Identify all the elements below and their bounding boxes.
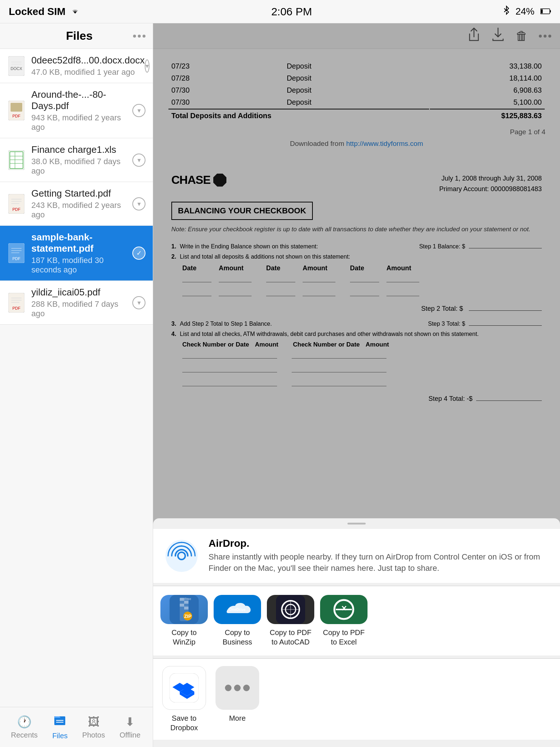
dot2 (138, 35, 141, 38)
file-name-aroundthe: Around-the-...-80-Days.pdf (31, 89, 132, 112)
onedrive-icon: OneDrive (214, 595, 261, 624)
svg-rect-40 (180, 598, 184, 601)
file-icon-aroundthe: PDF (7, 100, 26, 121)
app-item-onedrive[interactable]: OneDrive Copy to Business (214, 595, 261, 647)
file-item-yildiz[interactable]: PDF yildiz_iicai05.pdf 288 KB, modified … (0, 281, 153, 325)
dot3 (143, 35, 145, 38)
tab-recents[interactable]: 🕐 Recents (4, 712, 45, 742)
file-item-bankstatement[interactable]: PDF sample-bank-statement.pdf 187 KB, mo… (0, 226, 153, 281)
more-icon (215, 666, 259, 710)
dot1 (133, 35, 136, 38)
app-item-more[interactable]: More (214, 666, 261, 732)
battery-label: 24% (516, 6, 534, 17)
winzip-label: Copy to WinZip (160, 628, 208, 647)
content-panel: 🗑 07/23Deposit33,138.00 07/28Deposit18,1… (153, 23, 560, 747)
file-name-gettingstarted: Getting Started.pdf (31, 188, 132, 199)
tab-photos[interactable]: 🖼 Photos (75, 712, 112, 742)
more-label: More (229, 713, 246, 723)
svg-rect-1 (550, 10, 551, 12)
svg-rect-43 (184, 607, 188, 609)
svg-rect-41 (184, 601, 188, 604)
svg-text:PDF: PDF (12, 256, 20, 261)
svg-rect-3 (8, 56, 24, 76)
svg-text:PDF: PDF (12, 207, 20, 212)
svg-rect-42 (180, 604, 184, 607)
file-meta-gettingstarted: 243 KB, modified 2 years ago (31, 201, 132, 220)
file-meta-aroundthe: 943 KB, modified 2 years ago (31, 113, 132, 132)
file-chevron-bankstatement[interactable]: ✓ (132, 247, 145, 260)
tab-offline[interactable]: ⬇ Offline (112, 712, 148, 742)
airdrop-title: AirDrop. (209, 538, 550, 549)
app-item-winzip[interactable]: ZIP Free Copy to WinZip (160, 595, 208, 647)
file-name-xls: Finance charge1.xls (31, 144, 132, 155)
files-header: Files (0, 23, 153, 49)
status-left: Locked SIM (9, 6, 80, 18)
tab-files-label: Files (52, 732, 67, 740)
svg-point-64 (225, 685, 232, 691)
file-icon-bankstatement: PDF (7, 242, 26, 264)
file-icon-xls (7, 149, 26, 171)
status-bar: Locked SIM 2:06 PM 24% (0, 0, 560, 23)
airdrop-description: Share instantly with people nearby. If t… (209, 551, 550, 574)
wifi-icon (70, 6, 80, 18)
files-icon (54, 714, 66, 729)
excel-label: Copy to PDF to Excel (320, 628, 368, 647)
tab-photos-label: Photos (82, 731, 105, 739)
tab-files[interactable]: Files (45, 711, 75, 743)
share-handle (347, 523, 366, 525)
svg-point-65 (234, 685, 241, 691)
file-icon-yildiz: PDF (7, 292, 26, 314)
file-item-aroundthe[interactable]: PDF Around-the-...-80-Days.pdf 943 KB, m… (0, 83, 153, 138)
file-chevron-aroundthe[interactable]: ▾ (132, 104, 145, 117)
status-time: 2:06 PM (271, 5, 312, 18)
file-info-gettingstarted: Getting Started.pdf 243 KB, modified 2 y… (31, 188, 132, 220)
onedrive-label: Copy to Business (214, 628, 261, 647)
file-info-xls: Finance charge1.xls 38.0 KB, modified 7 … (31, 144, 132, 176)
tab-bar: 🕐 Recents Files 🖼 Photos ⬇ Offline ⚙ Set… (0, 707, 153, 747)
locked-sim-label: Locked SIM (9, 6, 66, 18)
file-icon-gettingstarted: PDF (7, 193, 26, 215)
files-menu-button[interactable] (133, 35, 145, 38)
svg-text:ZIP: ZIP (184, 614, 192, 619)
file-info-aroundthe: Around-the-...-80-Days.pdf 943 KB, modif… (31, 89, 132, 132)
offline-icon: ⬇ (125, 715, 135, 729)
svg-text:Free: Free (184, 597, 191, 601)
dropbox-icon (162, 666, 206, 710)
main-layout: Files DOCX 0deec52df8...00.docx.docx 47.… (0, 23, 560, 747)
file-item-docx[interactable]: DOCX 0deec52df8...00.docx.docx 47.0 KB, … (0, 49, 153, 83)
file-info-yildiz: yildiz_iicai05.pdf 288 KB, modified 7 da… (31, 287, 132, 318)
autocad-icon (267, 595, 314, 624)
svg-text:PDF: PDF (12, 114, 20, 118)
more-row: Save to Dropbox More (153, 659, 560, 740)
file-item-gettingstarted[interactable]: PDF Getting Started.pdf 243 KB, modified… (0, 182, 153, 226)
photos-icon: 🖼 (88, 715, 100, 729)
autocad-label: Copy to PDF to AutoCAD (267, 628, 314, 647)
file-name-bankstatement: sample-bank-statement.pdf (31, 232, 132, 254)
files-panel-title: Files (26, 29, 133, 43)
svg-rect-12 (10, 152, 23, 169)
file-chevron-yildiz[interactable]: ▾ (132, 296, 145, 309)
file-chevron-xls[interactable]: ▾ (132, 154, 145, 167)
file-meta-docx: 47.0 KB, modified 1 year ago (31, 67, 145, 77)
airdrop-text: AirDrop. Share instantly with people nea… (209, 538, 550, 574)
file-chevron-docx[interactable]: ▾ (145, 59, 149, 73)
tab-offline-label: Offline (120, 731, 140, 739)
file-meta-xls: 38.0 KB, modified 7 days ago (31, 157, 132, 176)
svg-text:PDF: PDF (12, 306, 20, 310)
airdrop-icon (163, 538, 200, 574)
file-chevron-gettingstarted[interactable]: ▾ (132, 197, 145, 210)
app-item-autocad[interactable]: Copy to PDF to AutoCAD (267, 595, 314, 647)
tab-recents-label: Recents (11, 731, 38, 739)
share-overlay: AirDrop. Share instantly with people nea… (153, 23, 560, 747)
file-item-xls[interactable]: Finance charge1.xls 38.0 KB, modified 7 … (0, 138, 153, 182)
svg-text:DOCX: DOCX (11, 66, 22, 71)
app-row: ZIP Free Copy to WinZip OneDrive (153, 586, 560, 655)
app-item-excel[interactable]: ✕ Copy to PDF to Excel (320, 595, 368, 647)
winzip-icon: ZIP Free (160, 595, 208, 624)
dropbox-label: Save to Dropbox (160, 713, 208, 732)
share-sheet: AirDrop. Share instantly with people nea… (153, 518, 560, 747)
file-meta-yildiz: 288 KB, modified 7 days ago (31, 299, 132, 318)
recents-icon: 🕐 (17, 715, 32, 729)
app-item-dropbox[interactable]: Save to Dropbox (160, 666, 208, 732)
svg-point-36 (166, 540, 198, 572)
